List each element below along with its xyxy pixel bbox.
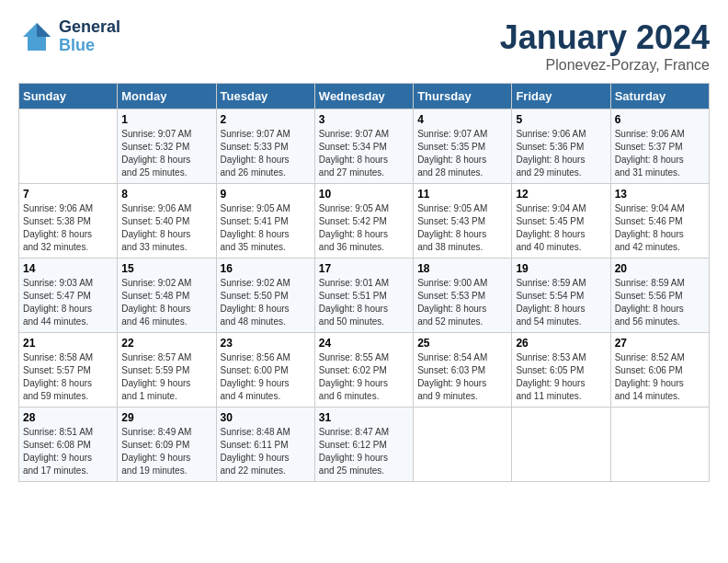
calendar-table: SundayMondayTuesdayWednesdayThursdayFrid… xyxy=(18,83,710,482)
day-number: 25 xyxy=(417,337,507,350)
day-number: 31 xyxy=(319,411,409,424)
logo-line1: General xyxy=(59,18,120,37)
day-info: Sunrise: 9:06 AMSunset: 5:37 PMDaylight:… xyxy=(615,128,705,179)
day-number: 6 xyxy=(615,113,705,126)
day-cell: 10Sunrise: 9:05 AMSunset: 5:42 PMDayligh… xyxy=(314,184,413,259)
day-info: Sunrise: 8:52 AMSunset: 6:06 PMDaylight:… xyxy=(615,351,705,403)
day-cell: 4Sunrise: 9:07 AMSunset: 5:35 PMDaylight… xyxy=(414,109,512,184)
header-cell: Monday xyxy=(118,84,216,109)
day-cell: 27Sunrise: 8:52 AMSunset: 6:06 PMDayligh… xyxy=(610,333,709,408)
day-info: Sunrise: 8:54 AMSunset: 6:03 PMDaylight:… xyxy=(417,351,507,403)
day-number: 22 xyxy=(121,337,211,350)
day-info: Sunrise: 8:47 AMSunset: 6:12 PMDaylight:… xyxy=(319,426,409,477)
day-info: Sunrise: 9:07 AMSunset: 5:34 PMDaylight:… xyxy=(319,128,409,179)
logo-text: General Blue xyxy=(59,18,120,55)
day-cell: 25Sunrise: 8:54 AMSunset: 6:03 PMDayligh… xyxy=(414,333,512,408)
day-info: Sunrise: 9:02 AMSunset: 5:48 PMDaylight:… xyxy=(121,277,211,328)
logo: General Blue xyxy=(18,18,120,55)
day-number: 26 xyxy=(516,337,606,350)
day-number: 23 xyxy=(221,337,311,350)
day-number: 3 xyxy=(319,113,409,126)
header-row: SundayMondayTuesdayWednesdayThursdayFrid… xyxy=(19,84,710,109)
day-cell: 2Sunrise: 9:07 AMSunset: 5:33 PMDaylight… xyxy=(216,109,314,184)
day-number: 5 xyxy=(516,113,606,126)
day-cell: 12Sunrise: 9:04 AMSunset: 5:45 PMDayligh… xyxy=(512,184,610,259)
day-cell: 29Sunrise: 8:49 AMSunset: 6:09 PMDayligh… xyxy=(118,408,216,482)
day-number: 17 xyxy=(319,262,409,275)
day-info: Sunrise: 8:51 AMSunset: 6:08 PMDaylight:… xyxy=(23,426,113,477)
location-title: Plonevez-Porzay, France xyxy=(500,57,710,74)
logo-icon xyxy=(18,18,55,55)
day-number: 4 xyxy=(417,113,507,126)
day-info: Sunrise: 9:05 AMSunset: 5:42 PMDaylight:… xyxy=(319,202,409,254)
day-cell: 9Sunrise: 9:05 AMSunset: 5:41 PMDaylight… xyxy=(216,184,314,259)
day-number: 15 xyxy=(121,262,211,275)
day-cell: 22Sunrise: 8:57 AMSunset: 5:59 PMDayligh… xyxy=(118,333,216,408)
day-cell: 8Sunrise: 9:06 AMSunset: 5:40 PMDaylight… xyxy=(118,184,216,259)
day-info: Sunrise: 9:03 AMSunset: 5:47 PMDaylight:… xyxy=(23,277,113,328)
week-row: 14Sunrise: 9:03 AMSunset: 5:47 PMDayligh… xyxy=(19,259,710,333)
day-info: Sunrise: 8:49 AMSunset: 6:09 PMDaylight:… xyxy=(121,426,211,477)
header-cell: Saturday xyxy=(610,84,709,109)
header-cell: Tuesday xyxy=(216,84,314,109)
day-info: Sunrise: 9:04 AMSunset: 5:45 PMDaylight:… xyxy=(516,202,606,254)
day-cell: 19Sunrise: 8:59 AMSunset: 5:54 PMDayligh… xyxy=(512,259,610,333)
day-cell: 21Sunrise: 8:58 AMSunset: 5:57 PMDayligh… xyxy=(19,333,118,408)
day-cell: 31Sunrise: 8:47 AMSunset: 6:12 PMDayligh… xyxy=(314,408,413,482)
day-number: 7 xyxy=(23,188,113,201)
day-cell: 20Sunrise: 8:59 AMSunset: 5:56 PMDayligh… xyxy=(610,259,709,333)
day-cell xyxy=(19,109,118,184)
day-info: Sunrise: 9:05 AMSunset: 5:43 PMDaylight:… xyxy=(417,202,507,254)
day-cell: 6Sunrise: 9:06 AMSunset: 5:37 PMDaylight… xyxy=(610,109,709,184)
day-info: Sunrise: 9:01 AMSunset: 5:51 PMDaylight:… xyxy=(319,277,409,328)
day-number: 9 xyxy=(221,188,311,201)
day-cell: 30Sunrise: 8:48 AMSunset: 6:11 PMDayligh… xyxy=(216,408,314,482)
day-number: 21 xyxy=(23,337,113,350)
day-number: 14 xyxy=(23,262,113,275)
day-number: 19 xyxy=(516,262,606,275)
header-cell: Sunday xyxy=(19,84,118,109)
header-cell: Thursday xyxy=(414,84,512,109)
day-cell: 26Sunrise: 8:53 AMSunset: 6:05 PMDayligh… xyxy=(512,333,610,408)
day-info: Sunrise: 9:02 AMSunset: 5:50 PMDaylight:… xyxy=(221,277,311,328)
day-cell: 24Sunrise: 8:55 AMSunset: 6:02 PMDayligh… xyxy=(314,333,413,408)
week-row: 7Sunrise: 9:06 AMSunset: 5:38 PMDaylight… xyxy=(19,184,710,259)
day-cell xyxy=(414,408,512,482)
day-info: Sunrise: 9:06 AMSunset: 5:36 PMDaylight:… xyxy=(516,128,606,179)
day-info: Sunrise: 8:59 AMSunset: 5:54 PMDaylight:… xyxy=(516,277,606,328)
day-info: Sunrise: 8:53 AMSunset: 6:05 PMDaylight:… xyxy=(516,351,606,403)
day-number: 20 xyxy=(615,262,705,275)
day-cell xyxy=(610,408,709,482)
day-info: Sunrise: 9:07 AMSunset: 5:32 PMDaylight:… xyxy=(121,128,211,179)
logo-line2: Blue xyxy=(59,37,120,55)
day-cell: 3Sunrise: 9:07 AMSunset: 5:34 PMDaylight… xyxy=(314,109,413,184)
day-cell: 1Sunrise: 9:07 AMSunset: 5:32 PMDaylight… xyxy=(118,109,216,184)
day-cell: 5Sunrise: 9:06 AMSunset: 5:36 PMDaylight… xyxy=(512,109,610,184)
day-info: Sunrise: 9:06 AMSunset: 5:40 PMDaylight:… xyxy=(121,202,211,254)
header-cell: Wednesday xyxy=(314,84,413,109)
header-cell: Friday xyxy=(512,84,610,109)
day-cell: 11Sunrise: 9:05 AMSunset: 5:43 PMDayligh… xyxy=(414,184,512,259)
day-info: Sunrise: 9:00 AMSunset: 5:53 PMDaylight:… xyxy=(417,277,507,328)
day-info: Sunrise: 8:56 AMSunset: 6:00 PMDaylight:… xyxy=(221,351,311,403)
day-cell: 7Sunrise: 9:06 AMSunset: 5:38 PMDaylight… xyxy=(19,184,118,259)
month-title: January 2024 xyxy=(500,18,710,57)
day-info: Sunrise: 8:59 AMSunset: 5:56 PMDaylight:… xyxy=(615,277,705,328)
day-number: 13 xyxy=(615,188,705,201)
svg-marker-1 xyxy=(37,23,51,37)
day-number: 18 xyxy=(417,262,507,275)
day-number: 12 xyxy=(516,188,606,201)
day-cell: 16Sunrise: 9:02 AMSunset: 5:50 PMDayligh… xyxy=(216,259,314,333)
day-info: Sunrise: 8:58 AMSunset: 5:57 PMDaylight:… xyxy=(23,351,113,403)
day-cell: 28Sunrise: 8:51 AMSunset: 6:08 PMDayligh… xyxy=(19,408,118,482)
day-info: Sunrise: 9:07 AMSunset: 5:35 PMDaylight:… xyxy=(417,128,507,179)
day-info: Sunrise: 9:06 AMSunset: 5:38 PMDaylight:… xyxy=(23,202,113,254)
day-number: 10 xyxy=(319,188,409,201)
day-number: 28 xyxy=(23,411,113,424)
day-info: Sunrise: 9:05 AMSunset: 5:41 PMDaylight:… xyxy=(221,202,311,254)
day-cell: 23Sunrise: 8:56 AMSunset: 6:00 PMDayligh… xyxy=(216,333,314,408)
title-area: January 2024 Plonevez-Porzay, France xyxy=(500,18,710,74)
day-info: Sunrise: 8:55 AMSunset: 6:02 PMDaylight:… xyxy=(319,351,409,403)
day-cell: 15Sunrise: 9:02 AMSunset: 5:48 PMDayligh… xyxy=(118,259,216,333)
header: General Blue January 2024 Plonevez-Porza… xyxy=(18,18,710,74)
